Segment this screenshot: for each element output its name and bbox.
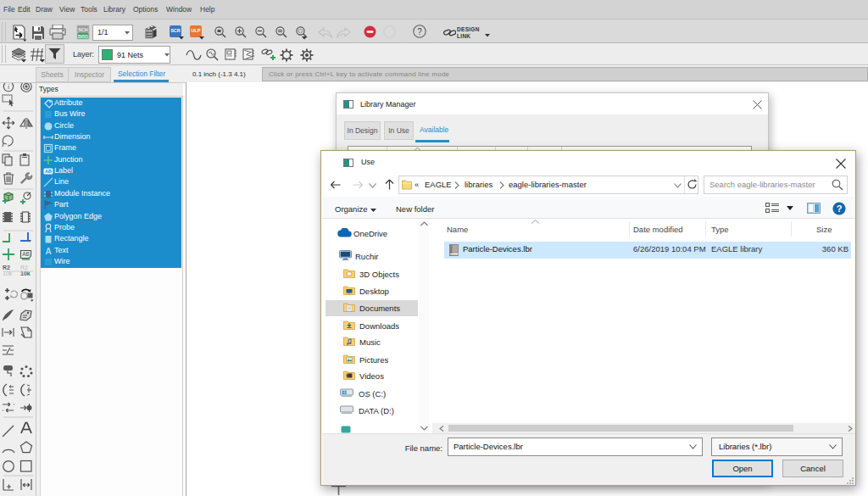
- svg-text:i: i: [8, 83, 9, 91]
- svg-text:AB: AB: [45, 169, 52, 174]
- svg-text:R2: R2: [20, 265, 28, 270]
- svg-text:A: A: [45, 247, 51, 256]
- svg-text:?: ?: [417, 27, 422, 36]
- svg-text:BRD: BRD: [78, 34, 88, 39]
- svg-text:SCH: SCH: [78, 27, 88, 32]
- svg-text:?: ?: [837, 203, 843, 214]
- svg-text:R2: R2: [3, 265, 10, 270]
- svg-text:AB: AB: [22, 251, 30, 257]
